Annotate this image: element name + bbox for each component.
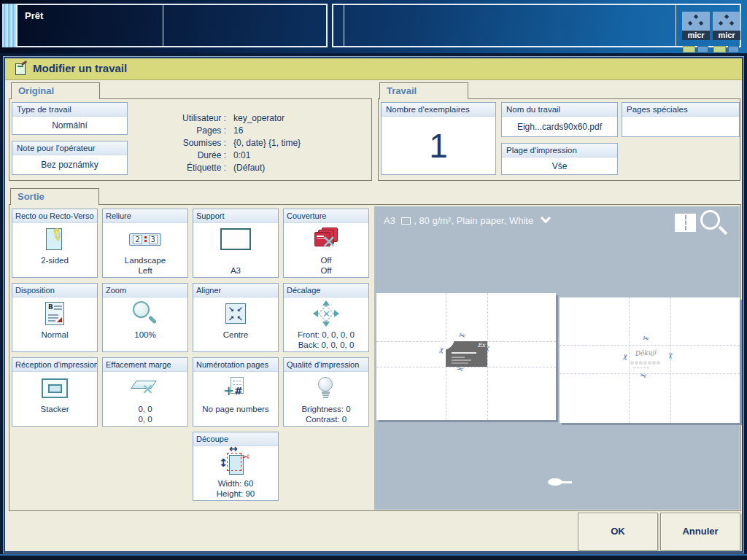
- scissors-icon: ✂: [620, 353, 630, 361]
- tile-value: 0, 00, 0: [103, 404, 187, 426]
- job-type-button[interactable]: Type de travail Normální: [12, 102, 128, 135]
- scissors-icon: ✂: [641, 333, 650, 344]
- special-pages-label: Pages spéciales: [622, 103, 739, 117]
- preview-page-back: Děkuji ✂ ✂ ✂ ✂: [560, 298, 740, 423]
- micr-toner-indicator: ◆◆◆ micr: [682, 12, 710, 54]
- status-box-divider: [344, 5, 344, 46]
- connector-icon: [548, 478, 562, 486]
- binding-icon: 2 3: [129, 233, 161, 246]
- connector-icon-line: [562, 481, 572, 483]
- info-label: Durée :: [140, 149, 226, 162]
- tile-output-tray[interactable]: Réception d'impression Stacker: [12, 357, 98, 427]
- info-row: Durée : 0:01: [140, 149, 370, 162]
- print-range-value: Vše: [502, 158, 617, 174]
- tile-zoom[interactable]: Zoom 100%: [102, 283, 188, 352]
- tile-value: Normal: [12, 330, 97, 351]
- toner-level-green: [713, 46, 726, 52]
- tile-value: LandscapeLeft: [103, 255, 187, 277]
- bulb-icon: [318, 377, 334, 399]
- special-pages-value: [622, 117, 739, 136]
- status-box-divider: [163, 5, 163, 46]
- stacker-icon: [42, 378, 68, 398]
- status-bar-stripes-decoration: [2, 4, 16, 47]
- toner-level-blue: [728, 46, 739, 52]
- scissors-icon: ✂: [638, 370, 647, 381]
- cancel-button[interactable]: Annuler: [660, 513, 740, 551]
- ok-button[interactable]: OK: [578, 513, 658, 551]
- tile-duplex[interactable]: Recto ou Recto-Verso ✎ 2-sided: [12, 209, 98, 278]
- tile-shift[interactable]: Décalage ✕ Front: 0, 0, 0, 0Back: 0, 0, …: [283, 283, 369, 352]
- job-name-label: Nom du travail: [502, 103, 617, 117]
- job-name-value: Eigh...cards90x60.pdf: [502, 117, 617, 136]
- tile-align[interactable]: Aligner ↘ ↙ ↗ ↖ Centre: [193, 283, 279, 352]
- operator-note-value: Bez poznámky: [12, 155, 127, 174]
- tab-travail: Travail: [379, 82, 468, 99]
- tile-margin-erase[interactable]: Effacement marge ✕ 0, 00, 0: [102, 357, 188, 427]
- info-row: Utilisateur : key_operator: [140, 112, 370, 125]
- job-type-label: Type de travail: [12, 103, 127, 117]
- tile-trim[interactable]: Découpe ↔ ↕ ✂ Width: 60Height: 90: [193, 432, 279, 501]
- booklet-view-icon[interactable]: [675, 214, 696, 232]
- info-value: key_operator: [233, 112, 285, 125]
- print-range-label: Plage d'impression: [502, 144, 617, 158]
- tile-value: Centre: [193, 330, 278, 351]
- status-box-left: Prêt: [16, 4, 328, 47]
- operator-note-label: Note pour l'opérateur: [12, 141, 127, 155]
- margin-erase-icon: ✕: [131, 378, 160, 398]
- job-name-button[interactable]: Nom du travail Eigh...cards90x60.pdf: [501, 102, 618, 137]
- tile-print-quality[interactable]: Qualité d'impression Brightness: 0Contra…: [283, 357, 369, 427]
- info-label: Étiquette :: [140, 162, 226, 174]
- tile-value: A3: [193, 255, 278, 277]
- tile-value: Front: 0, 0, 0, 0Back: 0, 0, 0, 0: [284, 330, 368, 351]
- info-value: 16: [233, 125, 243, 137]
- shift-icon: ✕: [314, 302, 338, 325]
- info-row: Étiquette : (Défaut): [140, 162, 370, 174]
- edit-job-icon: [15, 63, 26, 75]
- paper-selector[interactable]: A3 , 80 g/m², Plain paper, White: [384, 215, 549, 226]
- tab-sortie: Sortie: [10, 188, 99, 205]
- scissors-icon: ✂: [455, 363, 464, 374]
- print-preview-panel: A3 , 80 g/m², Plain paper, White Ex ✂: [374, 206, 740, 510]
- scissors-icon: ✂: [482, 345, 492, 352]
- duplex-icon: ✎: [46, 228, 63, 251]
- info-label: Soumises :: [140, 137, 226, 149]
- tile-value: Stacker: [12, 404, 97, 426]
- tile-value: No page numbers: [193, 404, 278, 426]
- preview-zoom-icon[interactable]: [700, 210, 732, 238]
- info-value: (Défaut): [233, 162, 265, 174]
- tile-media[interactable]: Support A3: [193, 209, 279, 278]
- operator-note-button[interactable]: Note pour l'opérateur Bez poznámky: [12, 141, 128, 175]
- edit-job-dialog: Modifier un travail Original Type de tra…: [4, 57, 743, 553]
- paper-orientation-icon: [401, 217, 411, 225]
- magnifier-icon: [133, 301, 158, 326]
- tile-value: Brightness: 0Contrast: 0: [284, 404, 368, 426]
- status-box-divider: [676, 5, 676, 46]
- micr-label: micr: [682, 31, 710, 40]
- toner-level-green: [683, 46, 695, 52]
- copies-button[interactable]: Nombre d'exemplaires 1: [381, 102, 496, 175]
- tile-label: Couverture: [284, 209, 368, 223]
- chevron-down-icon: [541, 213, 551, 223]
- tile-value: 100%: [103, 330, 187, 351]
- tile-value: Width: 60Height: 90: [193, 478, 278, 500]
- tab-original: Original: [11, 82, 100, 99]
- toner-level-blue: [697, 46, 708, 52]
- job-info-panel: Utilisateur : key_operator Pages : 16 So…: [140, 112, 370, 174]
- tile-label: Zoom: [103, 284, 187, 298]
- info-row: Pages : 16: [140, 125, 370, 137]
- covers-icon: ✕: [313, 228, 339, 251]
- special-pages-button[interactable]: Pages spéciales: [622, 102, 740, 137]
- paper-description: , 80 g/m², Plain paper, White: [414, 215, 533, 226]
- micr-icon: ◆◆◆: [682, 12, 710, 31]
- tile-covers[interactable]: Couverture ✕ OffOff: [283, 209, 369, 278]
- align-center-icon: ↘ ↙ ↗ ↖: [225, 303, 246, 324]
- card-back-artwork: Děkuji: [629, 345, 670, 373]
- trim-icon: ↔ ↕ ✂: [220, 448, 251, 477]
- tile-label: Disposition: [12, 284, 97, 298]
- tile-binding[interactable]: Reliure 2 3 LandscapeLeft: [102, 209, 188, 278]
- print-range-button[interactable]: Plage d'impression Vše: [501, 143, 618, 175]
- tile-page-numbers[interactable]: Numérotation pages + # No page numbers: [193, 357, 279, 427]
- tile-layout[interactable]: Disposition B Normal: [12, 283, 98, 352]
- micr-label: micr: [713, 31, 740, 40]
- layout-icon: B: [45, 302, 64, 325]
